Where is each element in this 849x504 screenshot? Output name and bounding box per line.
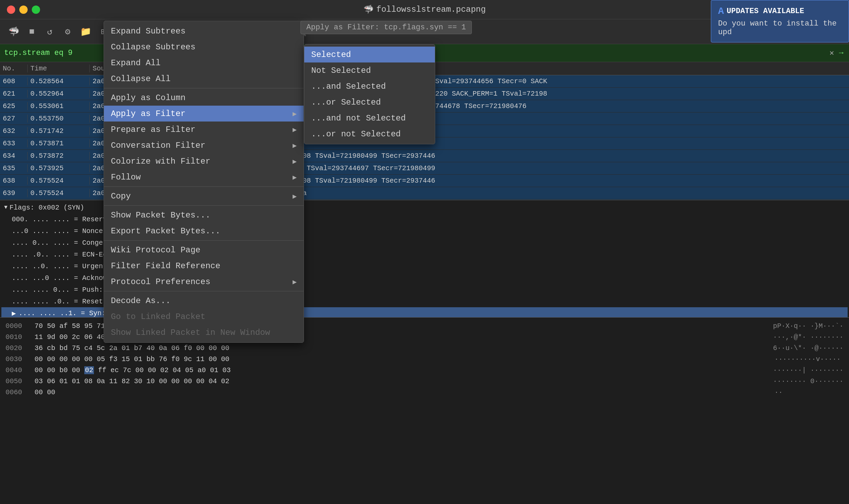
submenu-selected[interactable]: Selected: [304, 47, 435, 62]
menu-apply-filter[interactable]: Apply as Filter ▶: [104, 106, 304, 122]
menu-item-label: Protocol Preferences: [111, 277, 210, 287]
hex-bytes: 00 00 b0 00 02 ff ec 7c 00 00 02 04 05 a…: [35, 366, 765, 374]
hex-offset: 0040: [6, 366, 26, 374]
window-title-text: followsslstream.pcapng: [376, 5, 486, 14]
menu-collapse-subtrees[interactable]: Collapse Subtrees: [104, 39, 304, 55]
maximize-window-button[interactable]: [32, 6, 40, 14]
hex-ascii: ··: [774, 388, 843, 396]
menu-item-label: Prepare as Filter: [111, 125, 195, 134]
expand-arrow-icon: ▶: [12, 309, 16, 318]
submenu-and-selected[interactable]: ...and Selected: [304, 78, 435, 94]
menu-show-packet-bytes[interactable]: Show Packet Bytes...: [104, 207, 304, 223]
menu-item-label: Colorize with Filter: [111, 157, 210, 166]
pkt-time: 0.575524: [28, 189, 90, 197]
menu-separator: [104, 291, 304, 291]
menu-item-label: Wiki Protocol Page: [111, 245, 200, 255]
hex-ascii: ··········v·····: [774, 355, 843, 363]
flags-label: Flags: 0x002 (SYN): [10, 204, 84, 212]
menu-prepare-filter[interactable]: Prepare as Filter ▶: [104, 122, 304, 137]
menu-expand-subtrees[interactable]: Expand Subtrees: [104, 23, 304, 39]
submenu-item-label: Selected: [311, 50, 351, 59]
submenu-arrow-icon: ▶: [293, 157, 297, 166]
submenu-arrow-icon: ▶: [293, 141, 297, 150]
submenu-arrow-icon: ▶: [293, 192, 297, 201]
col-header-time[interactable]: Time: [28, 65, 90, 72]
close-window-button[interactable]: [7, 6, 15, 14]
pkt-no: 621: [0, 90, 28, 98]
pkt-no: 632: [0, 127, 28, 135]
pkt-time: 0.552964: [28, 90, 90, 98]
pkt-no: 635: [0, 164, 28, 172]
menu-item-label: Collapse Subtrees: [111, 42, 195, 52]
menu-expand-all[interactable]: Expand All: [104, 55, 304, 71]
hex-row: 0040 00 00 b0 00 02 ff ec 7c 00 00 02 04…: [6, 365, 843, 376]
pkt-no: 634: [0, 152, 28, 160]
menu-protocol-prefs[interactable]: Protocol Preferences ▶: [104, 274, 304, 290]
stop-button[interactable]: ■: [23, 23, 40, 40]
hex-ascii: ·······| ········: [773, 366, 843, 374]
pkt-time: 0.528564: [28, 77, 90, 85]
hex-bytes: 36 cb bd 75 c4 5c 2a 01 b7 40 0a 06 f0 0…: [35, 344, 765, 352]
submenu-item-label: ...or Selected: [311, 98, 381, 107]
hex-row: 0050 03 06 01 01 08 0a 11 82 30 10 00 00…: [6, 376, 843, 387]
pkt-time: 0.573871: [28, 139, 90, 147]
pkt-time: 0.571742: [28, 127, 90, 135]
menu-item-label: Export Packet Bytes...: [111, 226, 220, 236]
menu-filter-field-ref[interactable]: Filter Field Reference: [104, 258, 304, 274]
pkt-time: 0.553750: [28, 115, 90, 123]
menu-conversation-filter[interactable]: Conversation Filter ▶: [104, 137, 304, 153]
filter-clear-button[interactable]: ✕: [828, 47, 836, 59]
menu-item-label: Conversation Filter: [111, 141, 206, 150]
submenu-or-selected[interactable]: ...or Selected: [304, 94, 435, 110]
pkt-no: 627: [0, 115, 28, 123]
submenu-or-not-selected[interactable]: ...or not Selected: [304, 126, 435, 142]
hex-highlight: 02: [84, 366, 94, 374]
submenu-and-not-selected[interactable]: ...and not Selected: [304, 110, 435, 126]
menu-follow[interactable]: Follow ▶: [104, 169, 304, 185]
menu-apply-column[interactable]: Apply as Column: [104, 90, 304, 106]
pkt-no: 608: [0, 77, 28, 85]
reload-button[interactable]: ↺: [41, 23, 58, 40]
hex-ascii: 6··u·\*· ·@······: [773, 344, 843, 352]
menu-item-label: Show Packet Bytes...: [111, 211, 210, 220]
menu-separator: [104, 240, 304, 241]
hex-ascii: ········ 0·······: [773, 377, 843, 385]
hex-bytes: 00 00 00 00 00 05 f3 15 01 bb 76 f0 9c 1…: [35, 355, 766, 363]
hex-bytes: 03 06 01 01 08 0a 11 82 30 10 00 00 00 0…: [35, 377, 765, 385]
menu-copy[interactable]: Copy ▶: [104, 188, 304, 204]
menu-item-label: Filter Field Reference: [111, 261, 220, 271]
filter-apply-button[interactable]: →: [838, 47, 845, 59]
filter-actions: ✕ →: [828, 47, 845, 59]
menu-item-label: Apply as Filter: [111, 109, 185, 118]
menu-wiki-protocol[interactable]: Wiki Protocol Page: [104, 242, 304, 258]
menu-item-label: Decode As...: [111, 296, 171, 306]
submenu-arrow-icon: ▶: [293, 109, 297, 118]
settings-button[interactable]: ⚙: [59, 23, 76, 40]
submenu-not-selected[interactable]: Not Selected: [304, 62, 435, 78]
filter-tooltip-text: Apply as Filter: tcp.flags.syn == 1: [306, 23, 466, 32]
pkt-time: 0.573872: [28, 152, 90, 160]
col-header-no[interactable]: No.: [0, 65, 28, 72]
menu-item-label: Apply as Column: [111, 93, 185, 103]
menu-export-packet-bytes[interactable]: Export Packet Bytes...: [104, 223, 304, 239]
menu-decode-as[interactable]: Decode As...: [104, 293, 304, 309]
detail-text: ...0 .... .... = Nonce: N: [12, 227, 115, 235]
menu-item-label: Expand Subtrees: [111, 27, 185, 36]
minimize-window-button[interactable]: [19, 6, 28, 14]
submenu-arrow-icon: ▶: [293, 173, 297, 182]
pkt-no: 625: [0, 102, 28, 110]
submenu-item-label: ...and not Selected: [311, 114, 406, 123]
update-title: A UPDATES AVAILABLE: [718, 6, 842, 17]
menu-separator: [104, 88, 304, 88]
hex-offset: 0010: [6, 333, 26, 341]
menu-item-label: Go to Linked Packet: [111, 312, 206, 321]
menu-collapse-all[interactable]: Collapse All: [104, 71, 304, 87]
submenu-arrow-icon: ▶: [293, 278, 297, 286]
apply-filter-tooltip: Apply as Filter: tcp.flags.syn == 1: [301, 21, 472, 34]
open-button[interactable]: 📁: [77, 23, 94, 40]
hex-offset: 0050: [6, 377, 26, 385]
hex-bytes: 00 00: [35, 388, 766, 396]
menu-colorize-filter[interactable]: Colorize with Filter ▶: [104, 153, 304, 169]
shark-button[interactable]: 🦈: [6, 23, 22, 40]
update-notification: A UPDATES AVAILABLE Do you want to insta…: [711, 0, 849, 42]
